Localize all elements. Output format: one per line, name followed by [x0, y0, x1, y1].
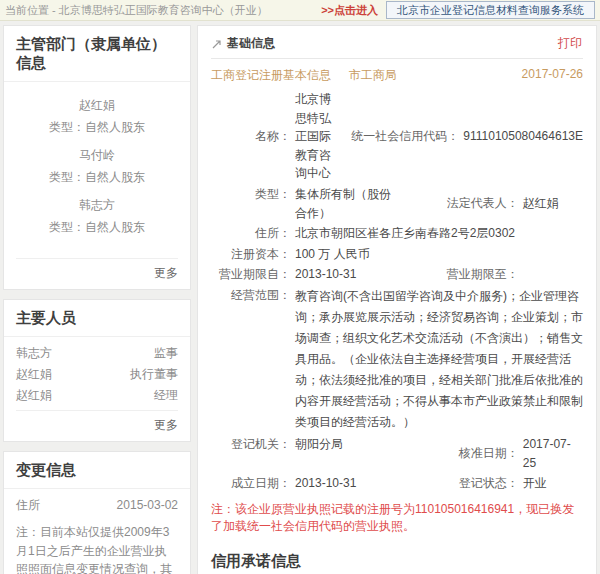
personnel-row: 韩志方 监事	[4, 337, 190, 364]
supervisor-card: 主管部门（隶属单位）信息 赵红娟 类型：自然人股东 马付岭 类型：自然人股东 韩…	[3, 25, 191, 290]
establish-date-label: 成立日期：	[211, 474, 291, 493]
supervisor-title: 主管部门（隶属单位）信息	[4, 26, 190, 82]
name-value: 北京博思特弘正国际教育咨询中心	[291, 90, 341, 183]
capital-value: 100 万 人民币	[291, 245, 583, 264]
enter-link[interactable]: >>点击进入	[321, 3, 378, 18]
field-row-authority: 登记机关： 朝阳分局 核准日期： 2017-07-25	[211, 434, 583, 473]
address-label: 住所：	[211, 224, 291, 243]
status-value: 开业	[519, 474, 583, 493]
system-button[interactable]: 北京市企业登记信息材料查询服务系统	[386, 1, 595, 19]
person-role: 监事	[154, 345, 178, 362]
print-link[interactable]: 打印	[558, 35, 582, 52]
change-row: 住所 2015-03-02	[4, 489, 190, 516]
change-item: 住所	[16, 497, 40, 514]
person-role: 执行董事	[130, 366, 178, 383]
field-row-capital: 注册资本： 100 万 人民币	[211, 244, 583, 265]
scope-value: 教育咨询(不含出国留学咨询及中介服务)；企业管理咨询；承办展览展示活动；经济贸易…	[291, 286, 583, 433]
credit-commit-title: 信用承诺信息	[211, 543, 583, 574]
sidebar: 主管部门（隶属单位）信息 赵红娟 类型：自然人股东 马付岭 类型：自然人股东 韩…	[3, 25, 191, 574]
supervisor-more-link[interactable]: 更多	[16, 258, 178, 289]
field-row-scope: 经营范围： 教育咨询(不含出国留学咨询及中介服务)；企业管理咨询；承办展览展示活…	[211, 285, 583, 434]
field-row-term: 营业期限自： 2013-10-31 营业期限至：	[211, 264, 583, 285]
term-from-label: 营业期限自：	[211, 265, 291, 284]
personnel-row: 赵红娟 执行董事	[4, 364, 190, 385]
shareholder-type: 类型：自然人股东	[4, 216, 190, 238]
scope-label: 经营范围：	[211, 286, 291, 433]
basic-info-header: 基础信息 打印	[211, 33, 583, 59]
shareholder-type: 类型：自然人股东	[4, 116, 190, 138]
basic-date: 2017-07-26	[522, 67, 583, 84]
external-arrow-icon	[212, 39, 222, 49]
changes-card: 变更信息 住所 2015-03-02 注：目前本站仅提供2009年3月1日之后产…	[3, 451, 191, 574]
field-row-address: 住所： 北京市朝阳区崔各庄乡南春路2号2层0302	[211, 223, 583, 244]
field-row-establish: 成立日期： 2013-10-31 登记状态： 开业	[211, 473, 583, 494]
shareholder-type: 类型：自然人股东	[4, 166, 190, 188]
person-name: 韩志方	[16, 345, 52, 362]
status-label: 登记状态：	[401, 474, 519, 493]
person-role: 经理	[154, 387, 178, 404]
personnel-row: 赵红娟 经理	[4, 385, 190, 406]
basic-subtitle: 工商登记注册基本信息	[211, 67, 349, 84]
field-row-type: 类型： 集体所有制（股份合作） 法定代表人： 赵红娟	[211, 184, 583, 223]
term-to-label: 营业期限至：	[401, 265, 519, 284]
address-value: 北京市朝阳区崔各庄乡南春路2号2层0302	[291, 224, 583, 243]
legal-rep-value: 赵红娟	[519, 194, 583, 213]
person-name: 赵红娟	[16, 366, 52, 383]
credit-code-label: 统一社会信用代码：	[341, 127, 459, 146]
changes-note: 注：目前本站仅提供2009年3月1日之后产生的企业营业执照照面信息变更情况查询，…	[4, 516, 190, 574]
credit-code-value: 91110105080464613E	[459, 127, 583, 146]
type-label: 类型：	[211, 185, 291, 222]
type-value: 集体所有制（股份合作）	[291, 185, 401, 222]
approval-date-label: 核准日期：	[401, 444, 519, 463]
basic-meta-row: 工商登记注册基本信息 市工商局 2017-07-26	[211, 59, 583, 89]
basic-bureau: 市工商局	[349, 67, 522, 84]
top-bar: 当前位置 - 北京博思特弘正国际教育咨询中心（开业） >>点击进入 北京市企业登…	[0, 0, 600, 21]
legal-rep-label: 法定代表人：	[401, 194, 519, 213]
establish-date-value: 2013-10-31	[291, 474, 401, 493]
shareholder-name: 赵红娟	[4, 94, 190, 116]
main-panel: 基础信息 打印 工商登记注册基本信息 市工商局 2017-07-26 名称： 北…	[197, 25, 597, 574]
basic-info-title: 基础信息	[227, 35, 275, 52]
shareholder-name: 韩志方	[4, 194, 190, 216]
personnel-card: 主要人员 韩志方 监事 赵红娟 执行董事 赵红娟 经理 更多	[3, 299, 191, 442]
breadcrumb: 当前位置 - 北京博思特弘正国际教育咨询中心（开业）	[5, 3, 268, 18]
term-from-value: 2013-10-31	[291, 265, 401, 284]
personnel-more-link[interactable]: 更多	[16, 410, 178, 441]
approval-date-value: 2017-07-25	[519, 435, 583, 472]
changes-title: 变更信息	[4, 452, 190, 489]
authority-label: 登记机关：	[211, 435, 291, 472]
personnel-title: 主要人员	[4, 300, 190, 337]
registration-note: 注：该企业原营业执照记载的注册号为110105016416941，现已换发了加载…	[211, 494, 583, 543]
change-date: 2015-03-02	[117, 497, 178, 514]
field-row-name: 名称： 北京博思特弘正国际教育咨询中心 统一社会信用代码： 9111010508…	[211, 89, 583, 184]
name-label: 名称：	[211, 127, 291, 146]
capital-label: 注册资本：	[211, 245, 291, 264]
person-name: 赵红娟	[16, 387, 52, 404]
shareholder-name: 马付岭	[4, 144, 190, 166]
authority-value: 朝阳分局	[291, 435, 401, 472]
